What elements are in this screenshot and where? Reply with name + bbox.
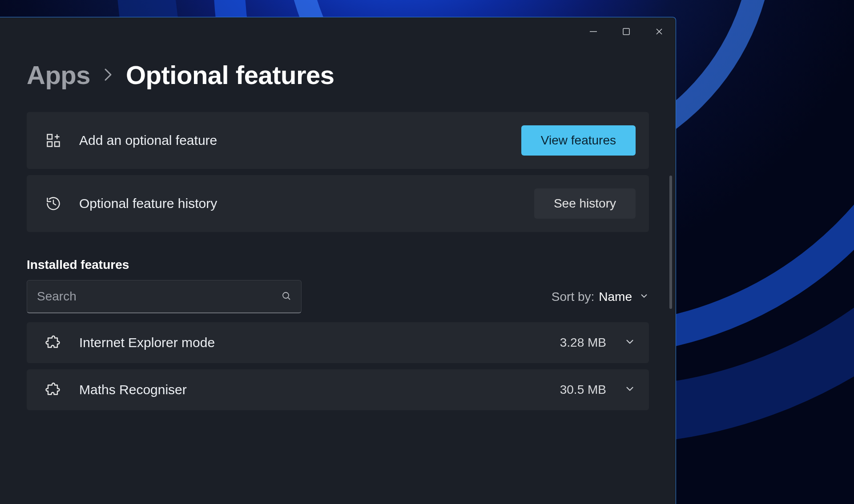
maximize-icon: [622, 28, 630, 36]
history-icon: [40, 196, 67, 212]
svg-rect-5: [48, 142, 52, 147]
puzzle-icon: [40, 335, 67, 351]
settings-window: Apps Optional features Add an optional f…: [0, 17, 676, 504]
filter-row: Sort by: Name: [27, 280, 649, 313]
svg-line-10: [288, 297, 290, 300]
close-icon: [655, 28, 663, 36]
svg-rect-6: [55, 142, 60, 147]
puzzle-icon: [40, 382, 67, 398]
search-wrapper: [27, 280, 302, 313]
see-history-button[interactable]: See history: [534, 188, 636, 219]
feature-size: 30.5 MB: [560, 383, 606, 397]
page-title: Optional features: [126, 60, 334, 90]
chevron-down-icon: [624, 383, 636, 396]
content-area: Apps Optional features Add an optional f…: [0, 42, 676, 504]
breadcrumb: Apps Optional features: [27, 42, 649, 112]
add-feature-card: Add an optional feature View features: [27, 112, 649, 169]
feature-row[interactable]: Internet Explorer mode 3.28 MB: [27, 322, 649, 363]
history-label: Optional feature history: [79, 196, 534, 211]
add-feature-icon: [40, 132, 67, 148]
search-icon: [281, 291, 292, 303]
maximize-button[interactable]: [610, 21, 643, 42]
close-button[interactable]: [643, 21, 676, 42]
installed-features-heading: Installed features: [27, 258, 649, 272]
feature-name: Internet Explorer mode: [79, 335, 560, 350]
chevron-down-icon: [639, 290, 649, 304]
minimize-button[interactable]: [577, 21, 610, 42]
window-titlebar: [0, 17, 676, 42]
breadcrumb-parent[interactable]: Apps: [27, 60, 90, 90]
sort-by-value: Name: [599, 290, 632, 304]
feature-size: 3.28 MB: [560, 336, 606, 350]
chevron-down-icon: [624, 336, 636, 349]
view-features-button[interactable]: View features: [521, 125, 636, 156]
add-feature-label: Add an optional feature: [79, 133, 521, 148]
sort-by-label: Sort by:: [552, 290, 594, 304]
svg-rect-1: [623, 28, 629, 35]
scrollbar-thumb[interactable]: [669, 176, 672, 309]
history-card: Optional feature history See history: [27, 175, 649, 232]
minimize-icon: [589, 27, 598, 36]
sort-by-dropdown[interactable]: Sort by: Name: [552, 290, 649, 304]
chevron-right-icon: [103, 67, 113, 87]
feature-name: Maths Recogniser: [79, 382, 560, 397]
feature-row[interactable]: Maths Recogniser 30.5 MB: [27, 369, 649, 410]
search-input[interactable]: [27, 280, 302, 313]
svg-point-9: [283, 292, 289, 298]
svg-rect-4: [48, 135, 52, 140]
